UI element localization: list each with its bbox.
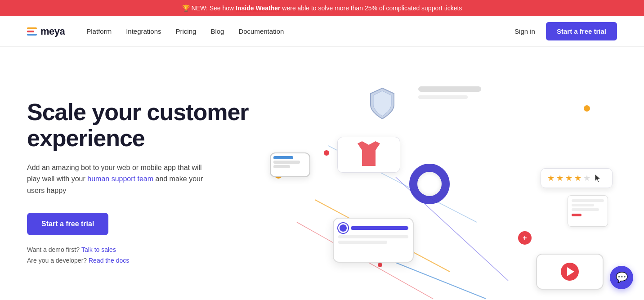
torus-ring xyxy=(409,164,450,204)
accent-circle-pink: + xyxy=(518,231,532,245)
svg-marker-6 xyxy=(358,141,380,166)
star-3: ★ xyxy=(565,173,572,183)
logo-bar-top xyxy=(27,27,37,29)
hero-cta-button[interactable]: Start a free trial xyxy=(27,213,108,235)
read-docs-link[interactable]: Read the docs xyxy=(89,257,129,264)
nav-pricing[interactable]: Pricing xyxy=(176,27,197,35)
nav-blog[interactable]: Blog xyxy=(210,27,224,35)
hero-subtitle: Add an amazing bot to your web or mobile… xyxy=(27,162,207,197)
logo-icon xyxy=(27,27,37,36)
nav-platform[interactable]: Platform xyxy=(86,27,112,35)
accent-dot-2 xyxy=(584,105,590,112)
nav-documentation[interactable]: Documentation xyxy=(238,27,284,35)
hero-section: Scale your customer experience Add an am… xyxy=(0,47,644,300)
shield-icon xyxy=(369,87,396,120)
star-2: ★ xyxy=(556,173,564,183)
accent-dot-1 xyxy=(324,150,329,156)
nav-right: Sign in Start a free trial xyxy=(514,22,617,40)
document-card xyxy=(568,195,608,227)
talk-to-sales-link[interactable]: Talk to sales xyxy=(81,246,116,253)
logo-bar-mid xyxy=(27,31,34,32)
phone-card-main xyxy=(333,218,414,263)
hero-links: Want a demo first? Talk to sales Are you… xyxy=(27,246,261,264)
banner-prefix: 🏆 NEW: See how xyxy=(182,4,236,12)
hero-title: Scale your customer experience xyxy=(27,99,261,151)
chat-widget-icon: 💬 xyxy=(616,272,628,283)
dev-text: Are you a developer? xyxy=(27,257,87,264)
star-5: ★ xyxy=(583,173,590,183)
nav-links: Platform Integrations Pricing Blog Docum… xyxy=(86,27,514,35)
nav-integrations[interactable]: Integrations xyxy=(126,27,161,35)
star-1: ★ xyxy=(547,173,555,183)
media-card xyxy=(536,254,604,290)
accent-dot-5 xyxy=(378,263,382,267)
stars-rating-card: ★ ★ ★ ★ ★ xyxy=(541,168,613,188)
navigation: meya Platform Integrations Pricing Blog … xyxy=(0,16,644,47)
notif-bar-1 xyxy=(418,86,481,92)
chat-widget-button[interactable]: 💬 xyxy=(610,266,633,289)
hero-content: Scale your customer experience Add an am… xyxy=(27,99,261,264)
banner-suffix: were able to solve more than 25% of comp… xyxy=(280,4,462,12)
sign-in-link[interactable]: Sign in xyxy=(514,27,535,35)
demo-link-row: Want a demo first? Talk to sales xyxy=(27,246,261,253)
dev-link-row: Are you a developer? Read the docs xyxy=(27,257,261,264)
logo[interactable]: meya xyxy=(27,26,65,37)
logo-bar-bot xyxy=(27,34,37,36)
notif-bar-2 xyxy=(418,95,468,99)
nav-cta-button[interactable]: Start a free trial xyxy=(546,22,617,40)
star-4: ★ xyxy=(574,173,581,183)
cursor-icon xyxy=(594,173,601,183)
logo-text: meya xyxy=(40,26,65,37)
banner-link[interactable]: Inside Weather xyxy=(236,4,280,12)
subtitle-highlight: human support team xyxy=(87,175,153,183)
hero-illustration: ★ ★ ★ ★ ★ + xyxy=(261,65,617,299)
announcement-banner: 🏆 NEW: See how Inside Weather were able … xyxy=(0,0,644,16)
demo-text: Want a demo first? xyxy=(27,246,80,253)
product-card-1 xyxy=(337,137,400,173)
phone-card-1 xyxy=(270,152,310,177)
